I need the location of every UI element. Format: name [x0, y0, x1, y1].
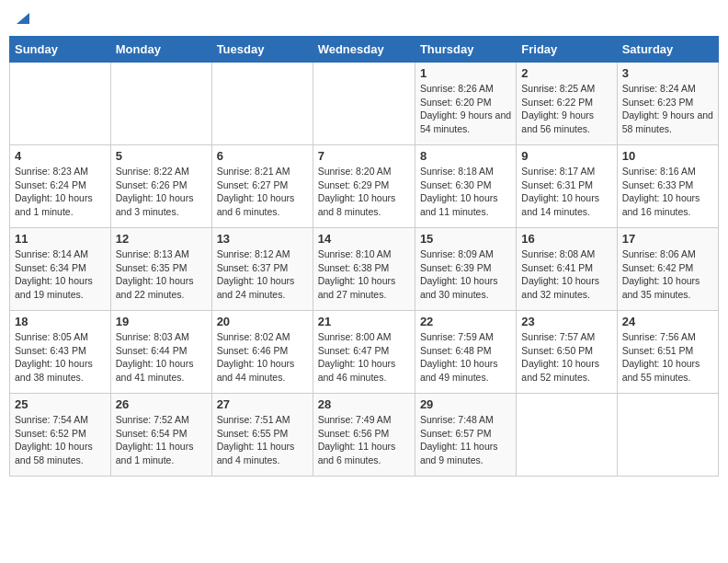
day-number: 17	[622, 232, 713, 246]
day-cell: 28Sunrise: 7:49 AM Sunset: 6:56 PM Dayli…	[313, 394, 415, 477]
day-cell	[110, 63, 211, 145]
logo	[13, 9, 31, 29]
day-cell: 21Sunrise: 8:00 AM Sunset: 6:47 PM Dayli…	[313, 311, 415, 394]
day-info: Sunrise: 7:56 AM Sunset: 6:51 PM Dayligh…	[622, 330, 713, 385]
day-number: 4	[15, 149, 106, 163]
day-info: Sunrise: 8:05 AM Sunset: 6:43 PM Dayligh…	[15, 330, 106, 385]
day-cell: 29Sunrise: 7:48 AM Sunset: 6:57 PM Dayli…	[415, 394, 516, 477]
day-info: Sunrise: 8:02 AM Sunset: 6:46 PM Dayligh…	[217, 330, 308, 385]
day-cell	[211, 63, 313, 145]
day-number: 1	[420, 66, 511, 80]
day-number: 6	[217, 149, 308, 163]
day-cell: 3Sunrise: 8:24 AM Sunset: 6:23 PM Daylig…	[617, 63, 718, 145]
day-info: Sunrise: 8:14 AM Sunset: 6:34 PM Dayligh…	[15, 247, 106, 302]
day-cell: 6Sunrise: 8:21 AM Sunset: 6:27 PM Daylig…	[211, 145, 313, 228]
day-cell: 22Sunrise: 7:59 AM Sunset: 6:48 PM Dayli…	[415, 311, 516, 394]
day-number: 7	[318, 149, 410, 163]
day-cell: 11Sunrise: 8:14 AM Sunset: 6:34 PM Dayli…	[10, 228, 111, 311]
day-cell: 4Sunrise: 8:23 AM Sunset: 6:24 PM Daylig…	[10, 145, 111, 228]
day-info: Sunrise: 7:49 AM Sunset: 6:56 PM Dayligh…	[318, 413, 410, 467]
day-cell	[313, 63, 415, 145]
day-cell: 9Sunrise: 8:17 AM Sunset: 6:31 PM Daylig…	[517, 145, 617, 228]
day-info: Sunrise: 8:09 AM Sunset: 6:39 PM Dayligh…	[420, 247, 511, 302]
day-info: Sunrise: 8:18 AM Sunset: 6:30 PM Dayligh…	[420, 165, 511, 219]
day-info: Sunrise: 8:24 AM Sunset: 6:23 PM Dayligh…	[622, 82, 713, 136]
day-number: 9	[521, 149, 611, 163]
weekday-header-saturday: Saturday	[617, 37, 718, 63]
day-cell: 13Sunrise: 8:12 AM Sunset: 6:37 PM Dayli…	[211, 228, 313, 311]
day-number: 13	[217, 232, 308, 246]
day-info: Sunrise: 8:13 AM Sunset: 6:35 PM Dayligh…	[116, 247, 207, 302]
day-info: Sunrise: 7:57 AM Sunset: 6:50 PM Dayligh…	[521, 330, 611, 385]
logo-triangle-icon	[15, 9, 31, 26]
day-cell: 23Sunrise: 7:57 AM Sunset: 6:50 PM Dayli…	[517, 311, 617, 394]
day-number: 18	[15, 315, 106, 328]
svg-marker-0	[17, 13, 29, 24]
day-number: 16	[521, 232, 611, 246]
day-info: Sunrise: 8:00 AM Sunset: 6:47 PM Dayligh…	[318, 330, 410, 385]
day-cell: 25Sunrise: 7:54 AM Sunset: 6:52 PM Dayli…	[10, 394, 111, 477]
day-cell: 24Sunrise: 7:56 AM Sunset: 6:51 PM Dayli…	[617, 311, 718, 394]
day-cell	[10, 63, 111, 145]
day-cell: 5Sunrise: 8:22 AM Sunset: 6:26 PM Daylig…	[110, 145, 211, 228]
day-info: Sunrise: 8:16 AM Sunset: 6:33 PM Dayligh…	[622, 165, 713, 219]
day-number: 29	[420, 397, 511, 411]
day-cell: 7Sunrise: 8:20 AM Sunset: 6:29 PM Daylig…	[313, 145, 415, 228]
week-row-1: 4Sunrise: 8:23 AM Sunset: 6:24 PM Daylig…	[10, 145, 719, 228]
week-row-2: 11Sunrise: 8:14 AM Sunset: 6:34 PM Dayli…	[10, 228, 719, 311]
day-number: 8	[420, 149, 511, 163]
weekday-header-wednesday: Wednesday	[313, 37, 415, 63]
day-cell: 1Sunrise: 8:26 AM Sunset: 6:20 PM Daylig…	[415, 63, 516, 145]
day-info: Sunrise: 8:22 AM Sunset: 6:26 PM Dayligh…	[116, 165, 207, 219]
day-number: 24	[622, 315, 713, 328]
day-info: Sunrise: 7:59 AM Sunset: 6:48 PM Dayligh…	[420, 330, 511, 385]
week-row-3: 18Sunrise: 8:05 AM Sunset: 6:43 PM Dayli…	[10, 311, 719, 394]
day-info: Sunrise: 8:10 AM Sunset: 6:38 PM Dayligh…	[318, 247, 410, 302]
calendar-header: SundayMondayTuesdayWednesdayThursdayFrid…	[10, 37, 719, 63]
weekday-header-thursday: Thursday	[415, 37, 516, 63]
day-number: 25	[15, 397, 106, 411]
day-number: 5	[116, 149, 207, 163]
day-number: 22	[420, 315, 511, 328]
day-info: Sunrise: 8:17 AM Sunset: 6:31 PM Dayligh…	[521, 165, 611, 219]
day-number: 19	[116, 315, 207, 328]
day-cell	[517, 394, 617, 477]
day-cell	[617, 394, 718, 477]
day-cell: 26Sunrise: 7:52 AM Sunset: 6:54 PM Dayli…	[110, 394, 211, 477]
weekday-header-sunday: Sunday	[10, 37, 111, 63]
day-info: Sunrise: 8:08 AM Sunset: 6:41 PM Dayligh…	[521, 247, 611, 302]
day-number: 3	[622, 66, 713, 80]
day-number: 2	[521, 66, 611, 80]
day-cell: 20Sunrise: 8:02 AM Sunset: 6:46 PM Dayli…	[211, 311, 313, 394]
day-number: 21	[318, 315, 410, 328]
day-info: Sunrise: 7:48 AM Sunset: 6:57 PM Dayligh…	[420, 413, 511, 467]
day-number: 14	[318, 232, 410, 246]
day-info: Sunrise: 7:51 AM Sunset: 6:55 PM Dayligh…	[217, 413, 308, 467]
day-cell: 17Sunrise: 8:06 AM Sunset: 6:42 PM Dayli…	[617, 228, 718, 311]
day-cell: 16Sunrise: 8:08 AM Sunset: 6:41 PM Dayli…	[517, 228, 617, 311]
day-cell: 14Sunrise: 8:10 AM Sunset: 6:38 PM Dayli…	[313, 228, 415, 311]
page-header	[9, 9, 719, 29]
day-cell: 15Sunrise: 8:09 AM Sunset: 6:39 PM Dayli…	[415, 228, 516, 311]
day-cell: 27Sunrise: 7:51 AM Sunset: 6:55 PM Dayli…	[211, 394, 313, 477]
day-number: 23	[521, 315, 611, 328]
day-number: 27	[217, 397, 308, 411]
day-info: Sunrise: 8:25 AM Sunset: 6:22 PM Dayligh…	[521, 82, 611, 136]
day-info: Sunrise: 8:23 AM Sunset: 6:24 PM Dayligh…	[15, 165, 106, 219]
day-number: 28	[318, 397, 410, 411]
day-info: Sunrise: 8:26 AM Sunset: 6:20 PM Dayligh…	[420, 82, 511, 136]
day-number: 15	[420, 232, 511, 246]
day-info: Sunrise: 8:12 AM Sunset: 6:37 PM Dayligh…	[217, 247, 308, 302]
weekday-header-monday: Monday	[110, 37, 211, 63]
day-info: Sunrise: 7:52 AM Sunset: 6:54 PM Dayligh…	[116, 413, 207, 467]
day-info: Sunrise: 8:21 AM Sunset: 6:27 PM Dayligh…	[217, 165, 308, 219]
day-number: 10	[622, 149, 713, 163]
weekday-header-row: SundayMondayTuesdayWednesdayThursdayFrid…	[10, 37, 719, 63]
day-info: Sunrise: 8:06 AM Sunset: 6:42 PM Dayligh…	[622, 247, 713, 302]
day-cell: 10Sunrise: 8:16 AM Sunset: 6:33 PM Dayli…	[617, 145, 718, 228]
day-number: 20	[217, 315, 308, 328]
day-info: Sunrise: 8:03 AM Sunset: 6:44 PM Dayligh…	[116, 330, 207, 385]
day-info: Sunrise: 8:20 AM Sunset: 6:29 PM Dayligh…	[318, 165, 410, 219]
weekday-header-friday: Friday	[517, 37, 617, 63]
day-cell: 12Sunrise: 8:13 AM Sunset: 6:35 PM Dayli…	[110, 228, 211, 311]
